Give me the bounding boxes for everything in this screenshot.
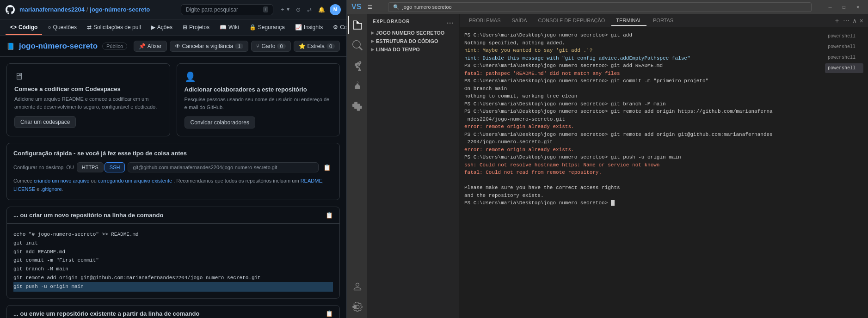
- settings-icon: ⚙: [333, 24, 338, 31]
- create-new-file-link[interactable]: criando um novo arquivo: [34, 178, 89, 183]
- repo-header: 📘 jogo-número-secreto Público 📌 Afixar 👁…: [0, 36, 346, 57]
- copy-url-button[interactable]: 📋: [321, 163, 333, 172]
- vscode-main: PROBLEMAS SAÍDA CONSOLE DE DEPURAÇÃO TER…: [460, 14, 868, 318]
- nav-pulls[interactable]: ⇄ Solicitações de pull: [82, 20, 146, 35]
- ssh-tab[interactable]: SSH: [105, 162, 125, 172]
- vscode-search-bar[interactable]: 🔍 jogo numero secretoo: [388, 2, 812, 12]
- nav-actions[interactable]: ▶ Ações: [147, 20, 177, 35]
- timeline-folder-label: LINHA DO TEMPO: [376, 47, 420, 52]
- github-logo-icon: [6, 5, 15, 14]
- jogo-folder-header[interactable]: ▶ JOGO NUMERO SECRETOO: [367, 29, 459, 37]
- explorer-section-structure: ▶ ESTRUTURA DO CÓDIGO: [367, 37, 459, 45]
- activity-bar: [347, 14, 367, 318]
- tab-output[interactable]: SAÍDA: [507, 16, 531, 26]
- split-terminal-button[interactable]: ⋯: [843, 17, 850, 24]
- code-line-6: git remote add origin git@github.com:mar…: [13, 274, 333, 282]
- gitignore-link[interactable]: .gitignore: [41, 186, 62, 192]
- source-control-icon[interactable]: [348, 56, 366, 75]
- maximize-button[interactable]: □: [838, 3, 850, 11]
- terminal-line-13: PS C:\Users\maria\Desktop\jogo numero se…: [464, 131, 819, 146]
- terminal-line-15: PS C:\Users\maria\Desktop\jogo numero se…: [464, 153, 819, 161]
- jogo-folder-label: JOGO NUMERO SECRETOO: [376, 30, 444, 36]
- terminal-cursor: [611, 200, 615, 206]
- nav-security[interactable]: 🔒 Segurança: [245, 20, 289, 35]
- repo-name-heading[interactable]: jogo-número-secreto: [19, 42, 98, 51]
- gear-icon[interactable]: [348, 298, 366, 316]
- tab-terminal[interactable]: TERMINAL: [611, 16, 646, 26]
- fork-button[interactable]: ⑂ Garfo 0: [251, 41, 290, 52]
- session-3[interactable]: powershell: [825, 53, 863, 62]
- repo-nav: <> Código ○ Questões ⇄ Solicitações de p…: [0, 19, 346, 36]
- explorer-section-timeline: ▶ LINHA DO TEMPO: [367, 45, 459, 54]
- upload-file-link[interactable]: carregando um arquivo existente: [98, 178, 172, 183]
- accounts-icon[interactable]: [348, 277, 366, 296]
- quick-setup-section: Configuração rápida - se você já fez ess…: [6, 143, 340, 200]
- invite-collaborators-button[interactable]: Convidar colaboradores: [185, 116, 255, 128]
- explorer-section-jogo: ▶ JOGO NUMERO SECRETOO: [367, 29, 459, 37]
- create-codespace-button[interactable]: Criar um codespace: [14, 116, 76, 128]
- session-4[interactable]: powershell: [825, 63, 863, 73]
- search-placeholder-text: Digite para pesquisar: [186, 6, 238, 13]
- terminal-line-20: and the repository exists.: [464, 192, 819, 200]
- repo-url-input[interactable]: git@github.com:marianafernandes2204/jogo…: [128, 162, 319, 172]
- session-1[interactable]: powershell: [825, 31, 863, 41]
- url-tabs: HTTPS SSH: [77, 162, 125, 172]
- structure-folder-label: ESTRUTURA DO CÓDIGO: [376, 38, 438, 44]
- menu-item[interactable]: ☰: [365, 3, 375, 11]
- book-icon: 📘: [6, 43, 14, 50]
- cards-row: 🖥 Comece a codificar com Codespaces Adic…: [6, 63, 340, 136]
- timeline-folder-header[interactable]: ▶ LINHA DO TEMPO: [367, 45, 459, 54]
- top-bar: marianafernandes2204 / jogo-número-secre…: [0, 0, 346, 19]
- nav-settings[interactable]: ⚙ Configurações: [328, 20, 347, 35]
- structure-folder-header[interactable]: ▶ ESTRUTURA DO CÓDIGO: [367, 37, 459, 45]
- nav-issues[interactable]: ○ Questões: [43, 20, 81, 35]
- extensions-icon[interactable]: [348, 97, 366, 116]
- tab-ports[interactable]: PORTAS: [648, 16, 678, 26]
- terminal-content: PS C:\Users\maria\Desktop\jogo numero se…: [464, 31, 819, 314]
- notification-button[interactable]: 🔔: [316, 5, 327, 15]
- debug-icon[interactable]: [348, 77, 366, 95]
- close-button[interactable]: ×: [852, 3, 863, 11]
- tab-problems[interactable]: PROBLEMAS: [464, 16, 505, 26]
- watch-count: 1: [235, 43, 243, 49]
- license-link[interactable]: LICENSE: [13, 186, 35, 192]
- vscode-win-controls: ─ □ ×: [825, 3, 863, 11]
- issue-button[interactable]: ⊙: [294, 5, 302, 15]
- new-repo-title: ... ou criar um novo repositório na linh…: [13, 212, 163, 219]
- code-line-3: git add README.md: [13, 248, 333, 257]
- https-tab[interactable]: HTTPS: [77, 162, 104, 172]
- code-line-5: git branch -M main: [13, 265, 333, 274]
- close-panel-button[interactable]: ×: [860, 17, 863, 24]
- nav-projects[interactable]: ⊞ Projetos: [178, 20, 214, 35]
- vscode-search-text: jogo numero secretoo: [402, 4, 451, 10]
- search-activity-icon[interactable]: [348, 36, 366, 55]
- star-button[interactable]: ⭐ Estrela 0: [294, 41, 340, 52]
- plus-button[interactable]: ＋ ▾: [278, 4, 291, 15]
- new-terminal-button[interactable]: ＋: [834, 17, 840, 25]
- search-box[interactable]: Digite para pesquisar /: [181, 4, 273, 15]
- session-2[interactable]: powershell: [825, 42, 863, 52]
- copy-existing-repo-button[interactable]: 📋: [326, 310, 333, 317]
- minimize-button[interactable]: ─: [825, 3, 836, 11]
- readme-link[interactable]: README: [301, 178, 322, 183]
- new-repo-section: ... ou criar um novo repositório na linh…: [6, 207, 340, 299]
- nav-insights[interactable]: 📈 Insights: [290, 20, 327, 35]
- nav-wiki[interactable]: 📖 Wiki: [215, 20, 244, 35]
- pr-button[interactable]: ⇄: [305, 5, 314, 15]
- pin-button[interactable]: 📌 Afixar: [134, 41, 167, 52]
- existing-repo-title: ... ou envie um repositório existente a …: [13, 310, 199, 317]
- terminal-line-6: fatal: pathspec 'README.md' did not matc…: [464, 70, 819, 78]
- codespaces-desc: Adicione um arquivo README e comece a co…: [14, 95, 162, 110]
- copy-new-repo-button[interactable]: 📋: [326, 212, 333, 219]
- tab-debug-console[interactable]: CONSOLE DE DEPURAÇÃO: [533, 16, 609, 26]
- collab-icon: 👤: [185, 71, 332, 82]
- nav-code[interactable]: <> Código: [6, 20, 42, 35]
- explorer-more-icon[interactable]: ...: [447, 18, 454, 25]
- terminal-line-8: On branch main: [464, 85, 819, 93]
- user-link[interactable]: marianafernandes2204: [19, 6, 85, 13]
- watch-button[interactable]: 👁 Cancelar a vigilância 1: [170, 41, 249, 52]
- avatar[interactable]: M: [330, 4, 341, 15]
- repo-link[interactable]: jogo-número-secreto: [90, 6, 150, 13]
- explorer-icon[interactable]: [348, 16, 366, 34]
- maximize-panel-button[interactable]: ∧: [852, 17, 857, 24]
